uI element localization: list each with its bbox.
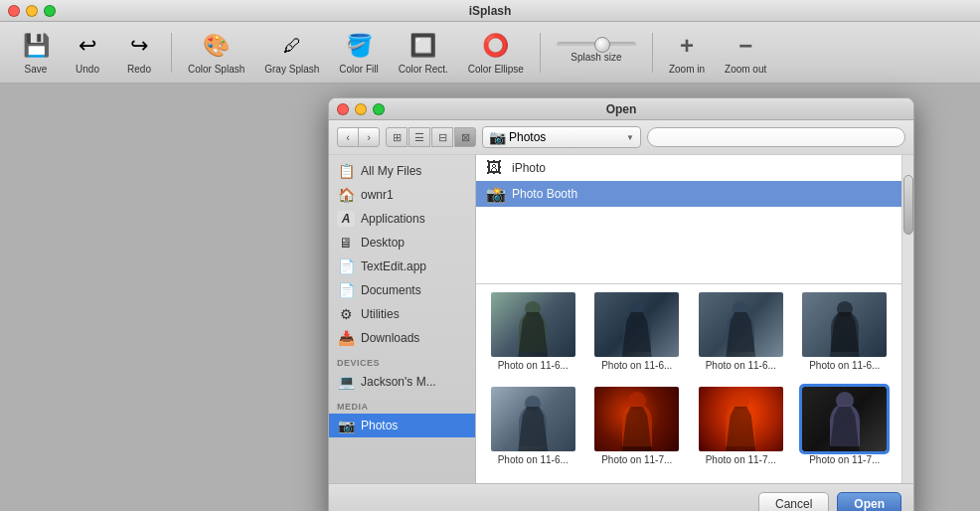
undo-icon: ↩ [72,30,103,62]
sidebar-item-applications[interactable]: A Applications [329,207,475,231]
nav-back-button[interactable]: ‹ [337,127,359,147]
photo-label: Photo on 11-7... [809,454,880,465]
maximize-button[interactable] [44,5,56,17]
downloads-icon: 📥 [337,330,355,346]
gray-splash-button[interactable]: 🖊 Gray Splash [256,26,327,79]
scrollbar-thumb[interactable] [903,175,913,235]
splash-size-thumb[interactable] [594,37,610,53]
color-fill-button[interactable]: 🪣 Color Fill [331,26,386,79]
photo-thumbnail [491,387,575,451]
splash-size-slider-area: Splash size [549,38,644,67]
close-button[interactable] [8,5,20,17]
desktop-icon: 🖥 [337,235,355,251]
sidebar-item-ownr1[interactable]: 🏠 ownr1 [329,183,475,207]
dialog-close-button[interactable] [337,103,349,115]
view-column-button[interactable]: ⊟ [431,127,453,147]
color-splash-label: Color Splash [188,64,245,75]
sidebar-item-label: Jackson's M... [361,375,436,389]
photos-grid: Photo on 11-6... Photo on 11-6... [476,284,901,483]
photo-booth-icon: 📸 [486,185,504,203]
toolbar-separator-2 [540,33,541,73]
save-button[interactable]: 💾 Save [12,26,60,79]
window-controls[interactable] [8,5,56,17]
color-rect-button[interactable]: 🔲 Color Rect. [391,26,456,79]
documents-icon: 📄 [337,282,355,298]
sidebar-item-jacksons-m[interactable]: 💻 Jackson's M... [329,370,475,394]
photo-item[interactable]: Photo on 11-7... [588,387,687,475]
zoom-in-button[interactable]: + Zoom in [661,26,713,79]
zoom-in-icon: + [671,30,703,62]
chevron-down-icon: ▼ [626,133,634,142]
sidebar-item-label: TextEdit.app [361,259,426,273]
sidebar-item-textedit[interactable]: 📄 TextEdit.app [329,255,475,278]
dialog-title-bar: Open [329,98,913,120]
app-title: iSplash [469,4,512,18]
color-rect-label: Color Rect. [399,64,448,75]
dialog-minimize-button[interactable] [355,103,367,115]
photo-label: Photo on 11-6... [601,360,672,371]
photo-label: Photo on 11-6... [706,360,776,371]
view-list-button[interactable]: ☰ [408,127,430,147]
nav-button-group[interactable]: ‹ › [337,127,380,147]
photo-item[interactable]: Photo on 11-6... [796,292,895,381]
dialog-title: Open [606,102,637,116]
sidebar-item-documents[interactable]: 📄 Documents [329,278,475,302]
location-icon: 📷 [489,129,505,145]
ownr1-icon: 🏠 [337,187,355,203]
sidebar-item-all-my-files[interactable]: 📋 All My Files [329,159,475,183]
sidebar-item-utilities[interactable]: ⚙ Utilities [329,302,475,326]
sidebar-item-desktop[interactable]: 🖥 Desktop [329,231,475,255]
sidebar: 📋 All My Files 🏠 ownr1 A Applications 🖥 … [329,155,476,483]
sidebar-item-photos[interactable]: 📷 Photos [329,414,475,437]
media-section-header: MEDIA [329,394,475,414]
photo-item[interactable]: Photo on 11-6... [588,292,687,381]
sidebar-item-label: ownr1 [361,188,394,202]
photo-label: Photo on 11-6... [498,360,569,371]
splash-size-track[interactable] [557,42,636,48]
dialog-window-controls[interactable] [337,103,385,115]
photo-label: Photo on 11-7... [706,454,776,465]
photo-thumbnail [802,292,887,357]
utilities-icon: ⚙ [337,306,355,322]
location-text: Photos [509,130,622,144]
view-coverflow-button[interactable]: ⊠ [454,127,476,147]
search-input[interactable] [647,127,905,147]
devices-section-header: DEVICES [329,350,475,370]
save-label: Save [25,64,48,75]
sidebar-item-downloads[interactable]: 📥 Downloads [329,326,475,350]
photo-item[interactable]: Photo on 11-7... [692,387,790,475]
color-ellipse-icon: ⭕ [480,30,512,62]
photo-label: Photo on 11-6... [498,454,569,465]
color-splash-button[interactable]: 🎨 Color Splash [180,26,252,79]
photo-item[interactable]: Photo on 11-6... [484,387,582,475]
sidebar-item-label: Desktop [361,236,405,250]
zoom-out-button[interactable]: − Zoom out [717,26,774,79]
photo-thumbnail [491,292,575,357]
view-icon-button[interactable]: ⊞ [386,127,408,147]
photo-thumbnail [594,387,679,451]
app-title-bar: iSplash [0,0,980,22]
photo-item[interactable]: Photo on 11-6... [484,292,582,381]
location-selector[interactable]: 📷 Photos ▼ [482,126,641,148]
photo-thumbnail [802,387,887,451]
nav-forward-button[interactable]: › [358,127,380,147]
app-item-iphoto[interactable]: 🖼 iPhoto [476,155,901,181]
sidebar-item-label: Photos [361,419,398,432]
color-ellipse-button[interactable]: ⭕ Color Ellipse [460,26,532,79]
app-item-photo-booth[interactable]: 📸 Photo Booth [476,181,901,207]
photo-thumbnail [699,387,783,451]
open-button[interactable]: Open [837,492,901,511]
view-button-group[interactable]: ⊞ ☰ ⊟ ⊠ [386,127,476,147]
photos-icon: 📷 [337,418,355,433]
redo-button[interactable]: ↪ Redo [115,26,163,79]
photo-item[interactable]: Photo on 11-6... [692,292,790,381]
undo-button[interactable]: ↩ Undo [64,26,111,79]
photo-label: Photo on 11-6... [809,360,880,371]
dialog-maximize-button[interactable] [373,103,385,115]
sidebar-item-label: All My Files [361,164,421,178]
photo-item[interactable]: Photo on 11-7... [796,387,895,475]
scrollbar[interactable] [901,155,913,483]
app-item-label: iPhoto [512,161,546,175]
minimize-button[interactable] [26,5,38,17]
cancel-button[interactable]: Cancel [758,492,829,511]
